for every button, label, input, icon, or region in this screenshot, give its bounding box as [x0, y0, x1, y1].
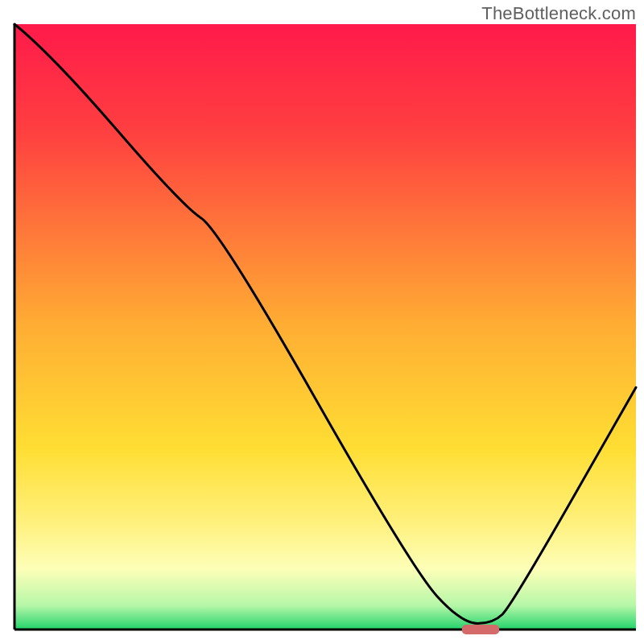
bottleneck-chart [0, 0, 644, 644]
plot-background [14, 24, 636, 630]
watermark-text: TheBottleneck.com [481, 3, 636, 24]
optimal-marker [462, 625, 499, 634]
chart-container: { "watermark": "TheBottleneck.com", "cha… [0, 0, 644, 644]
